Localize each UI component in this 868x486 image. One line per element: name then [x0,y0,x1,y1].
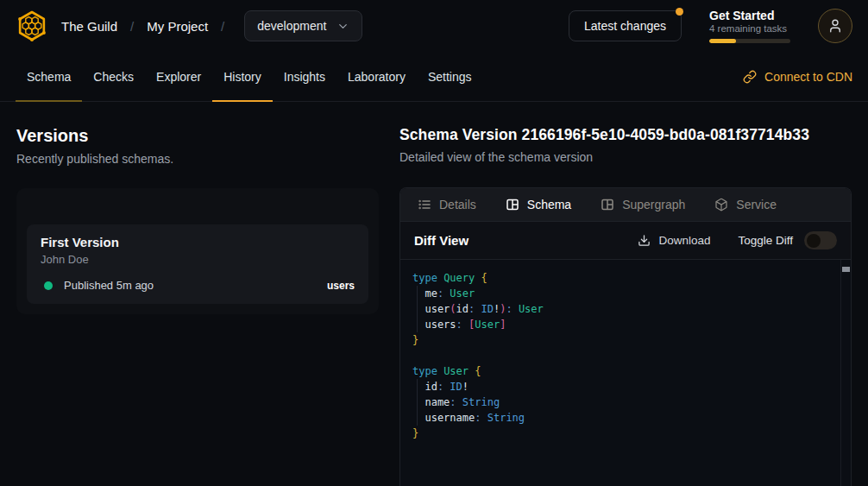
main-nav: Schema Checks Explorer History Insights … [0,52,868,102]
columns-icon [601,198,614,211]
tab-checks[interactable]: Checks [82,52,145,101]
version-author: John Doe [41,253,355,266]
toggle-knob [807,234,821,248]
environment-select[interactable]: development [244,10,362,41]
brand-area: The Guild / My Project / development [16,9,362,42]
box-icon [714,198,728,211]
toggle-diff-switch[interactable] [804,231,837,249]
breadcrumb-org[interactable]: The Guild [61,19,117,34]
schema-code: type Query {me: Useruser(id: ID!): Useru… [412,270,839,441]
version-detail-subtitle: Detailed view of the schema version [399,150,852,164]
latest-changes-button[interactable]: Latest changes [569,10,682,41]
environment-select-value: development [257,19,326,33]
detail-tab-schema[interactable]: Schema [506,198,571,211]
download-button[interactable]: Download [638,234,710,247]
list-icon [418,198,431,211]
versions-list-card: First Version John Doe Published 5m ago … [16,188,379,314]
version-list-item[interactable]: First Version John Doe Published 5m ago … [27,224,368,304]
diff-view-header: Diff View Download Toggle Diff [400,221,851,260]
top-bar: The Guild / My Project / development Lat… [0,0,868,52]
get-started-subtitle: 4 remaining tasks [709,23,790,34]
detail-tab-service[interactable]: Service [714,198,777,211]
get-started-progress-track [709,39,790,43]
code-scrollbar[interactable] [840,260,851,486]
topbar-right: Latest changes Get Started 4 remaining t… [569,9,852,43]
hive-logo-icon[interactable] [16,9,48,42]
main-content: Versions Recently published schemas. Fir… [0,126,868,486]
toggle-diff-control: Toggle Diff [738,231,837,249]
connect-to-cdn-label: Connect to CDN [764,70,852,84]
versions-subtitle: Recently published schemas. [16,152,379,166]
detail-tab-supergraph[interactable]: Supergraph [601,198,685,211]
user-icon [827,18,843,34]
tab-settings[interactable]: Settings [417,52,483,101]
breadcrumb: The Guild / My Project / [61,19,224,34]
download-icon [638,234,651,247]
detail-tab-details[interactable]: Details [418,198,476,211]
version-detail-card: Details Schema Sup [399,187,852,486]
chevron-down-icon [337,20,349,33]
notification-dot [676,8,683,16]
detail-tab-label: Schema [527,198,571,211]
detail-tab-label: Details [439,198,476,211]
main-nav-tabs: Schema Checks Explorer History Insights … [16,52,483,101]
download-label: Download [658,234,710,247]
breadcrumb-project[interactable]: My Project [147,19,208,34]
version-name: First Version [41,235,355,249]
version-status: Published 5m ago [64,279,154,292]
code-scrollbar-thumb[interactable] [842,267,850,272]
breadcrumb-separator: / [130,19,134,34]
service-badge: users [327,280,355,292]
diff-view-actions: Download Toggle Diff [638,231,837,249]
detail-tab-label: Service [736,198,777,211]
detail-tab-label: Supergraph [622,198,685,211]
detail-tabstrip: Details Schema Sup [400,188,851,221]
version-meta-row: Published 5m ago users [41,279,355,292]
connect-to-cdn-link[interactable]: Connect to CDN [743,52,852,101]
tab-laboratory[interactable]: Laboratory [337,52,417,101]
link-icon [743,70,757,84]
tab-history[interactable]: History [212,52,273,101]
tab-schema[interactable]: Schema [16,52,82,101]
latest-changes-label: Latest changes [584,19,666,33]
version-detail-title: Schema Version 2166196f-5e10-4059-bd0a-0… [399,126,852,144]
get-started-progress-fill [709,39,736,43]
get-started-widget[interactable]: Get Started 4 remaining tasks [709,9,790,43]
versions-title: Versions [16,126,379,146]
get-started-title: Get Started [709,9,790,22]
user-avatar[interactable] [818,9,852,43]
schema-code-viewer[interactable]: type Query {me: Useruser(id: ID!): Useru… [400,260,851,486]
diff-view-title: Diff View [414,233,469,248]
versions-panel: Versions Recently published schemas. Fir… [16,126,379,486]
tab-explorer[interactable]: Explorer [145,52,212,101]
columns-icon [506,198,519,211]
version-detail-panel: Schema Version 2166196f-5e10-4059-bd0a-0… [399,126,852,486]
breadcrumb-separator-2: / [221,19,224,34]
published-status-dot [44,281,53,290]
toggle-diff-label: Toggle Diff [738,234,793,247]
tab-insights[interactable]: Insights [273,52,337,101]
